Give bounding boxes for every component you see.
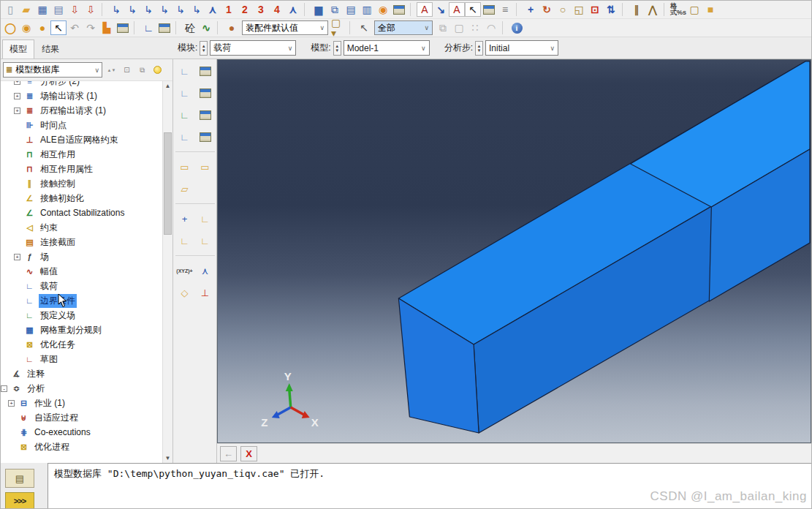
step-combo[interactable]: Initial ∨ (485, 40, 558, 56)
save-file-icon[interactable]: ▦ (34, 2, 50, 17)
scroll-up-icon[interactable]: ▲ (163, 81, 172, 91)
tree-item-history-output-requests[interactable]: +≣历程输出请求 (1) (1, 103, 162, 118)
rotate-view-icon[interactable]: ↻ (539, 2, 555, 17)
select-lasso-icon[interactable]: ◠ (483, 20, 499, 35)
tree-item-fields-expander[interactable]: + (14, 254, 20, 260)
tree-item-connector-sections[interactable]: ▤连接截面 (1, 235, 162, 249)
tree-item-field-output-requests[interactable]: +≣场输出请求 (1) (1, 88, 162, 103)
tree-item-co-executions[interactable]: ⋕Co-executions (1, 425, 162, 440)
query-info-icon[interactable]: i (509, 20, 525, 35)
create-load-icon[interactable]: ∟ (175, 63, 194, 79)
tree-item-interaction-properties[interactable]: ⊓相互作用属性 (1, 162, 162, 176)
redo-icon[interactable]: ↷ (83, 20, 99, 35)
module-combo[interactable]: 载荷 ∨ (210, 40, 296, 56)
text-format-icon[interactable]: 格式%s (670, 2, 686, 17)
viewport-canvas[interactable]: Y Z X (218, 60, 811, 442)
display-group-manager-icon[interactable] (115, 20, 131, 35)
tree-item-time-points[interactable]: ⊪时间点 (1, 118, 162, 132)
tile-horizontal-icon[interactable]: ▤ (343, 2, 359, 17)
tree-item-field-output-requests-expander[interactable]: + (14, 93, 20, 99)
view-preset-1[interactable]: 1 (221, 2, 237, 17)
model-spinner[interactable]: ▲▼ (333, 41, 341, 56)
tree-item-interactions[interactable]: ⊓相互作用 (1, 147, 162, 162)
concrete-plugin-icon[interactable]: 砼 (182, 20, 198, 35)
model-database-combo[interactable]: ≣ 模型数据库 ∨ (3, 62, 102, 78)
tree-item-fields[interactable]: +ƒ场 (1, 249, 162, 264)
new-file-icon[interactable]: ▯ (2, 2, 18, 17)
create-boundary-condition-icon[interactable]: ∟ (175, 85, 194, 101)
view-preset-2[interactable]: 2 (237, 2, 253, 17)
translate-tool-icon[interactable]: ▭ (175, 159, 194, 175)
tree-filter-icon[interactable]: ⧉ (136, 64, 148, 77)
scroll-view-icon[interactable]: ⇅ (603, 2, 619, 17)
select-pick-icon[interactable]: ↖ (50, 20, 67, 35)
cascade-viewports-icon[interactable]: ⧉ (327, 2, 343, 17)
model-combo[interactable]: Model-1 ∨ (344, 40, 430, 56)
save-display-options-icon[interactable]: ⇩ (67, 2, 83, 17)
render-hidden-icon[interactable]: ◉ (18, 20, 34, 35)
reference-point-icon[interactable]: + (175, 211, 194, 227)
color-code-palette-icon[interactable]: ● (224, 20, 240, 35)
maximize-viewport-icon[interactable]: ▆ (311, 2, 327, 17)
view-cut-manager-icon[interactable] (156, 20, 172, 35)
view-left-icon[interactable]: ↳ (172, 2, 189, 17)
tree-item-ale-adaptive-mesh-constraints[interactable]: ⊥ALE自适应网格约束 (1, 132, 162, 147)
rotate-tool-icon[interactable]: ▱ (175, 181, 194, 197)
module-spinner[interactable]: ▲▼ (200, 41, 208, 56)
tree-item-history-output-requests-expander[interactable]: + (14, 108, 20, 114)
zoom-box-icon[interactable]: ◱ (571, 2, 587, 17)
tab-results[interactable]: 结果 (34, 39, 67, 59)
boundary-condition-manager-icon[interactable] (196, 85, 214, 101)
datum-csys-icon[interactable]: ⊥ (196, 284, 214, 301)
fit-view-icon[interactable]: ⊡ (587, 2, 603, 17)
open-file-icon[interactable]: ▰ (18, 2, 34, 17)
view-top-icon[interactable]: ↳ (140, 2, 156, 17)
attachment-icon[interactable]: ∟ (196, 211, 214, 227)
tree-item-analysis[interactable]: -≎分析 (1, 381, 162, 396)
zoom-view-icon[interactable]: ○ (555, 2, 571, 17)
tree-item-jobs-expander[interactable]: + (8, 400, 15, 407)
viewport[interactable]: Y Z X (217, 59, 811, 443)
tree-item-remeshing-rules[interactable]: ▦网格重划分规则 (1, 323, 162, 337)
display-group-icon[interactable]: ▙ (99, 20, 115, 35)
prompt-back-button[interactable]: ← (220, 446, 237, 461)
tree-item-contact-initializations[interactable]: ∠接触初始化 (1, 191, 162, 206)
merge-tool-icon[interactable]: ∟ (175, 233, 194, 249)
tree-item-contact-controls[interactable]: ∥接触控制 (1, 176, 162, 191)
tree-item-amplitudes[interactable]: ∿幅值 (1, 264, 162, 279)
annotate-arrow-icon[interactable]: ↘ (433, 2, 449, 17)
view-right-icon[interactable]: ↳ (189, 2, 205, 17)
create-load-case-icon[interactable]: ∟ (175, 129, 194, 145)
custom-views-icon[interactable]: ⋏ (285, 2, 301, 17)
tree-item-steps[interactable]: +≡分析步 (2) (1, 81, 162, 88)
create-predefined-field-icon[interactable]: ∟ (175, 107, 194, 123)
annotate-text-arrow-icon[interactable]: A (417, 2, 433, 17)
selection-filter-combo[interactable]: 全部∨ (374, 20, 433, 35)
tree-item-sketches[interactable]: ∟草图 (1, 352, 162, 366)
render-wireframe-icon[interactable]: ◯ (2, 20, 18, 35)
message-area-icon[interactable]: ▤ (5, 469, 34, 488)
tree-item-constraints[interactable]: ◁约束 (1, 220, 162, 235)
partition-icon[interactable]: ∟ (196, 233, 214, 249)
view-preset-4[interactable]: 4 (269, 2, 285, 17)
view-back-icon[interactable]: ↳ (124, 2, 140, 17)
tree-item-contact-stabilizations[interactable]: ∠Contact Stabilizations (1, 206, 162, 220)
view-front-icon[interactable]: ↳ (108, 2, 124, 17)
tree-item-optimization-tasks[interactable]: ⊠优化任务 (1, 337, 162, 352)
tile-vertical-icon[interactable]: ▥ (359, 2, 375, 17)
monitor-icon[interactable] (481, 2, 497, 17)
tab-model[interactable]: 模型 (2, 39, 34, 59)
color-cube-icon[interactable]: ▢ ▾ (330, 20, 346, 35)
tree-item-jobs[interactable]: +⊟作业 (1) (1, 396, 162, 410)
select-highlight-icon[interactable]: ⧉ (435, 20, 451, 35)
tree-item-loads[interactable]: ∟载荷 (1, 279, 162, 293)
undo-icon[interactable]: ↶ (67, 20, 83, 35)
shaded-box-icon[interactable]: ■ (702, 2, 718, 17)
viewport-manager-icon[interactable] (391, 2, 407, 17)
view-cut-icon[interactable]: ∟ (140, 20, 156, 35)
tree-item-adaptivity-processes[interactable]: ⊎自适应过程 (1, 410, 162, 425)
tree-scrollbar[interactable]: ▲ ▼ (162, 81, 172, 463)
select-box-icon[interactable]: ▢ (451, 20, 467, 35)
scroll-down-icon[interactable]: ▼ (163, 453, 172, 463)
view-iso-icon[interactable]: ⋏ (205, 2, 221, 17)
